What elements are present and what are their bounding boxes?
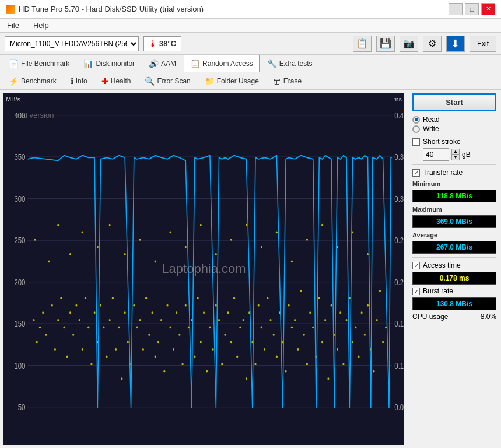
svg-point-38 — [75, 304, 77, 307]
folder-usage-icon: 📁 — [205, 76, 215, 86]
tab-health[interactable]: ✚ Health — [95, 72, 138, 89]
svg-point-30 — [51, 304, 53, 307]
temperature-icon: 🌡 — [149, 39, 157, 48]
tab-disk-monitor[interactable]: 📊 Disk monitor — [77, 55, 141, 72]
access-time-checkbox[interactable]: ✓ Access time — [412, 261, 496, 270]
download-button[interactable]: ⬇ — [446, 36, 465, 52]
short-stroke-checkbox[interactable]: Short stroke — [412, 138, 496, 146]
svg-point-43 — [90, 363, 92, 365]
close-button[interactable]: ✕ — [481, 4, 495, 15]
maximum-label: Maximum — [412, 206, 496, 213]
svg-point-82 — [209, 326, 211, 328]
svg-point-134 — [367, 304, 369, 307]
svg-text:50: 50 — [18, 403, 26, 412]
exit-button[interactable]: Exit — [470, 36, 496, 52]
stroke-input[interactable] — [423, 148, 449, 161]
svg-point-79 — [200, 341, 202, 344]
svg-text:0.40: 0.40 — [394, 111, 404, 120]
tab-file-benchmark[interactable]: 📄 File Benchmark — [2, 55, 76, 72]
svg-point-48 — [106, 356, 107, 358]
save-button[interactable]: 💾 — [376, 36, 395, 52]
burst-rate-box: ✓ — [412, 288, 420, 295]
drive-selector[interactable]: Micron_1100_MTFDDAV256TBN (256 gB — [5, 36, 139, 51]
svg-point-119 — [321, 341, 323, 344]
tab-aam[interactable]: 🔊 AAM — [142, 55, 183, 72]
tab-folder-usage[interactable]: 📁 Folder Usage — [198, 72, 265, 89]
toolbar: Micron_1100_MTFDDAV256TBN (256 gB 🌡 38°C… — [0, 33, 501, 55]
svg-point-39 — [79, 319, 80, 321]
camera-button[interactable]: 📷 — [400, 36, 418, 52]
svg-point-92 — [239, 326, 241, 328]
svg-point-138 — [379, 290, 381, 292]
svg-point-36 — [69, 312, 71, 314]
svg-rect-0 — [3, 93, 404, 444]
svg-point-40 — [82, 348, 83, 351]
tab-info[interactable]: ℹ Info — [64, 72, 94, 89]
svg-text:150: 150 — [14, 320, 25, 328]
svg-point-29 — [45, 334, 47, 336]
tab-error-scan[interactable]: 🔍 Error Scan — [138, 72, 197, 89]
spin-down[interactable]: ▼ — [451, 155, 460, 160]
svg-text:0.35: 0.35 — [394, 153, 404, 162]
copy-button[interactable]: 📋 — [353, 36, 372, 52]
svg-point-60 — [142, 348, 144, 351]
svg-point-41 — [85, 297, 86, 299]
svg-point-81 — [206, 370, 208, 373]
svg-text:0.25: 0.25 — [394, 236, 404, 245]
svg-point-145 — [82, 231, 83, 233]
minimum-value: 118.8 MB/s — [412, 190, 496, 202]
start-button[interactable]: Start — [412, 93, 496, 111]
minimize-button[interactable]: — — [449, 4, 463, 15]
svg-point-91 — [236, 356, 238, 358]
svg-point-47 — [103, 326, 104, 328]
svg-point-54 — [124, 312, 126, 314]
file-menu[interactable]: File — [5, 20, 22, 31]
svg-point-51 — [115, 348, 117, 351]
svg-point-148 — [124, 253, 126, 256]
help-menu[interactable]: Help — [31, 20, 51, 31]
stroke-row: ▲ ▼ gB — [423, 148, 496, 161]
svg-point-151 — [170, 231, 171, 233]
svg-point-50 — [112, 297, 114, 299]
svg-point-46 — [100, 304, 101, 307]
svg-point-55 — [127, 341, 129, 344]
svg-point-116 — [312, 326, 314, 328]
svg-point-44 — [94, 312, 96, 314]
svg-point-86 — [221, 363, 223, 365]
svg-point-142 — [48, 261, 50, 263]
svg-point-71 — [176, 312, 177, 314]
svg-point-73 — [182, 363, 184, 365]
svg-point-33 — [60, 297, 62, 299]
svg-point-150 — [155, 261, 156, 263]
svg-point-32 — [57, 319, 59, 321]
tab-random-access[interactable]: 📋 Random Access — [184, 55, 260, 72]
write-radio[interactable]: Write — [412, 125, 496, 133]
svg-point-110 — [294, 319, 296, 321]
svg-point-99 — [261, 326, 262, 328]
svg-point-143 — [57, 224, 59, 226]
average-label: Average — [412, 232, 496, 239]
tab-extra-tests[interactable]: 🔧 Extra tests — [261, 55, 319, 72]
minimum-label: Minimum — [412, 180, 496, 187]
svg-point-141 — [34, 239, 36, 241]
svg-point-107 — [285, 370, 286, 373]
svg-point-98 — [258, 304, 260, 307]
tab-erase[interactable]: 🗑 Erase — [267, 72, 308, 89]
burst-rate-checkbox[interactable]: ✓ Burst rate — [412, 287, 496, 295]
read-radio[interactable]: Read — [412, 116, 496, 124]
svg-point-53 — [121, 377, 122, 380]
maximize-button[interactable]: □ — [465, 4, 479, 15]
svg-point-164 — [367, 253, 369, 256]
svg-point-155 — [230, 239, 232, 241]
info-icon: ℹ — [71, 76, 73, 86]
settings-button[interactable]: ⚙ — [423, 36, 442, 52]
maximum-value: 369.0 MB/s — [412, 215, 496, 228]
tab-benchmark[interactable]: ⚡ Benchmark — [2, 72, 63, 89]
svg-point-25 — [33, 319, 34, 321]
svg-text:100: 100 — [14, 362, 25, 370]
svg-text:0.05: 0.05 — [394, 403, 404, 412]
svg-point-131 — [358, 356, 359, 358]
svg-point-159 — [291, 261, 293, 263]
spin-up[interactable]: ▲ — [451, 149, 460, 155]
transfer-rate-checkbox[interactable]: ✓ Transfer rate — [412, 169, 496, 177]
